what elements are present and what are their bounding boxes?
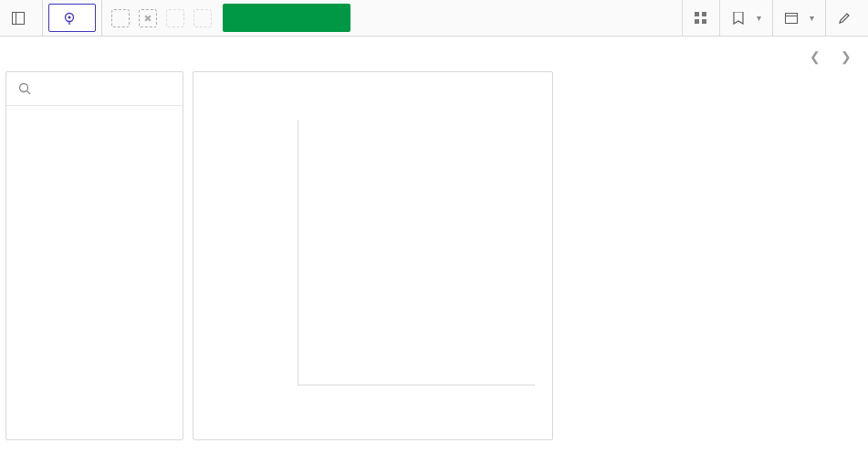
filter-search[interactable] [6,72,183,106]
search-icon [17,81,32,96]
panel-icon [11,11,26,26]
selection-back-icon[interactable] [111,9,130,27]
assets-button[interactable] [0,0,42,36]
chart-card[interactable] [193,71,553,440]
svg-rect-8 [702,19,706,24]
selection-forward-icon[interactable] [139,9,157,27]
selection-clearall-icon [193,9,212,27]
bookmarks-button[interactable]: ▾ [720,0,772,36]
selection-clear-icon [166,9,184,27]
edit-sheet-button[interactable] [826,0,868,36]
title-row: ❮ ❯ [0,37,868,71]
svg-rect-7 [695,19,699,24]
svg-rect-0 [13,12,25,24]
grid-icon [694,11,708,26]
chevron-down-icon: ▾ [810,13,814,23]
insight-advisor-button[interactable] [48,4,96,32]
sheet-icon [784,11,799,26]
next-sheet-button[interactable]: ❯ [841,49,852,64]
svg-point-11 [20,84,28,92]
filter-pane-region [5,71,183,440]
pencil-icon [837,11,852,26]
selection-tools [102,0,221,36]
svg-rect-5 [695,12,699,16]
insight-icon [62,11,77,26]
sheets-button[interactable]: ▾ [773,0,825,36]
top-toolbar: ▾ ▾ [0,0,868,37]
chevron-down-icon: ▾ [757,13,761,23]
svg-line-12 [27,91,31,95]
svg-rect-9 [786,13,798,23]
prev-sheet-button[interactable]: ❮ [810,49,821,64]
app-menu-button[interactable] [683,0,719,36]
svg-point-3 [68,16,71,18]
active-filter-pill[interactable] [223,4,350,32]
bookmark-icon [731,11,746,26]
chart-plot [206,92,539,430]
svg-rect-6 [702,12,706,16]
